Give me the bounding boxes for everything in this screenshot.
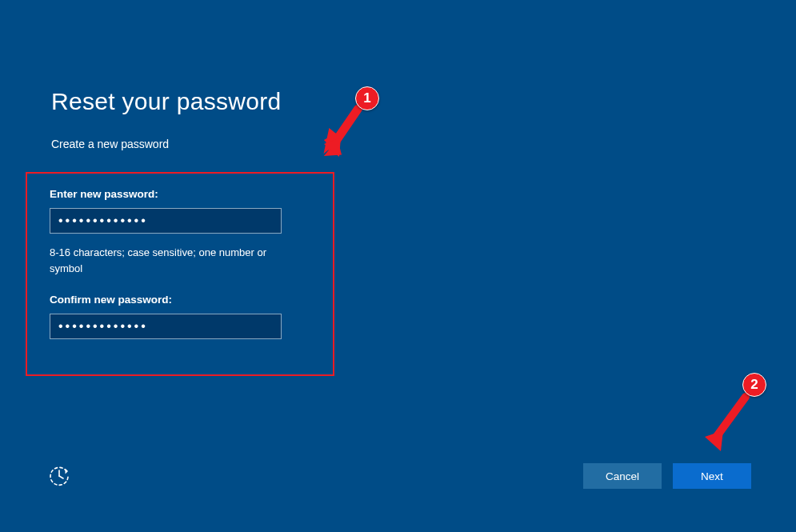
cancel-button[interactable]: Cancel [583, 463, 662, 489]
confirm-password-label: Confirm new password: [50, 294, 310, 306]
svg-marker-4 [705, 430, 723, 451]
ease-of-access-icon[interactable] [48, 465, 70, 487]
confirm-password-input[interactable] [50, 314, 282, 339]
page-subtitle: Create a new password [51, 138, 745, 150]
annotation-callout-2: 2 [701, 373, 773, 461]
password-form-highlight: Enter new password: 8-16 characters; cas… [26, 172, 334, 376]
page-title: Reset your password [51, 88, 745, 115]
annotation-badge-2: 2 [742, 373, 766, 397]
next-button[interactable]: Next [673, 463, 751, 489]
enter-password-label: Enter new password: [50, 188, 310, 200]
svg-line-3 [715, 397, 746, 438]
enter-password-input[interactable] [50, 208, 282, 234]
password-hint: 8-16 characters; case sensitive; one num… [50, 245, 290, 276]
